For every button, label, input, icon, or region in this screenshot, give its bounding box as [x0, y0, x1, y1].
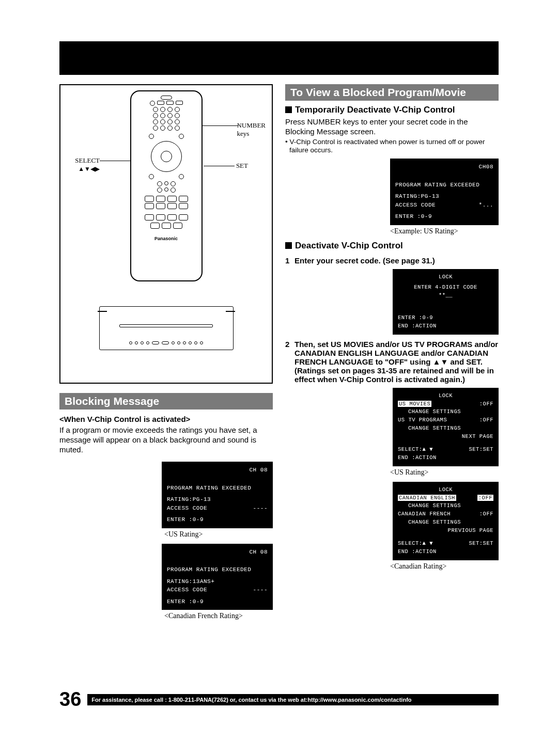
caption-canadian-rating-2: <Canadian Rating>: [390, 562, 499, 571]
osd-code: **__: [398, 292, 493, 300]
osd-footer: SET:SET: [469, 446, 493, 454]
dpad-icon: [151, 141, 182, 172]
heading-text: Temporarily Deactivate V-Chip Control: [295, 105, 455, 115]
osd-footer: END :ACTION: [398, 548, 493, 556]
osd-footer: SELECT:▲ ▼: [398, 446, 433, 454]
body-press-number: Press NUMBER keys to enter your secret c…: [285, 117, 499, 137]
page-header-band: [59, 41, 499, 75]
page-number: 36: [59, 688, 81, 711]
square-bullet-icon: [285, 106, 292, 113]
label-select: SELECT ▲▼◀▶: [67, 156, 100, 173]
heading-text: Deactivate V-Chip Control: [295, 241, 403, 250]
remote-diagram-box: SELECT ▲▼◀▶ NUMBER keys SET: [59, 84, 273, 384]
osd-value: ----: [253, 504, 268, 513]
osd-row-value: :OFF: [479, 416, 493, 424]
osd-line: ENTER :0-9: [395, 212, 493, 221]
osd-line: ENTER :0-9: [167, 515, 268, 524]
osd-line: ENTER 4-DIGIT CODE: [398, 284, 493, 292]
osd-row-label: CANADIAN FRENCH: [398, 510, 451, 518]
osd-lock-enter-code: LOCK ENTER 4-DIGIT CODE **__ ENTER :0-9 …: [393, 269, 499, 335]
osd-row-label: US MOVIES: [398, 401, 431, 407]
label-set: SET: [236, 162, 248, 170]
osd-row-label: US TV PROGRAMS: [398, 416, 447, 424]
label-keys: keys: [237, 130, 249, 137]
section-view-blocked: To View a Blocked Program/Movie: [285, 84, 499, 101]
leader-line: [100, 161, 134, 161]
osd-title: LOCK: [398, 273, 493, 281]
osd-line: RATING:PG-13: [167, 495, 268, 504]
osd-line: PROGRAM RATING EXCEEDED: [167, 484, 268, 493]
step-2: 2Then, set US MOVIES and/or US TV PROGRA…: [285, 340, 499, 384]
caption-us-rating: <US Rating>: [164, 530, 273, 539]
page-footer: 36 For assistance, please call : 1-800-2…: [59, 688, 499, 711]
osd-line: RATING:13ANS+: [167, 577, 268, 586]
leader-line: [204, 166, 235, 166]
leader-line: [203, 125, 239, 126]
osd-line: RATING:PG-13: [395, 192, 493, 201]
step-text: Enter your secret code. (See page 31.): [295, 256, 435, 265]
osd-subrow: CHANGE SETTINGS: [398, 518, 493, 527]
dvd-player-illustration: [99, 306, 234, 350]
caption-canadian-rating: <Canadian French Rating>: [164, 612, 273, 620]
osd-nextpage: NEXT PAGE: [398, 433, 493, 441]
caption-example-us: <Example: US Rating>: [390, 227, 499, 235]
osd-channel: CH 08: [167, 466, 268, 475]
remote-brand: Panasonic: [134, 236, 198, 241]
heading-deactivate: Deactivate V-Chip Control: [285, 241, 499, 251]
osd-line: ACCESS CODE: [395, 201, 436, 210]
osd-lock-canadian: LOCK CANADIAN ENGLISH:OFF CHANGE SETTING…: [393, 482, 499, 560]
osd-lock-us: LOCK US MOVIES:OFF CHANGE SETTINGS US TV…: [393, 388, 499, 466]
label-select-text: SELECT: [75, 156, 100, 164]
osd-line: ENTER :0-9: [167, 597, 268, 606]
osd-prevpage: PREVIOUS PAGE: [398, 527, 493, 535]
osd-line: ACCESS CODE: [167, 586, 207, 594]
osd-us-rating: CH 08 PROGRAM RATING EXCEEDED RATING:PG-…: [162, 462, 273, 528]
square-bullet-icon: [285, 242, 292, 249]
osd-title: LOCK: [398, 392, 493, 400]
osd-footer: SELECT:▲ ▼: [398, 540, 433, 548]
osd-footer: ENTER :0-9: [398, 314, 493, 322]
osd-channel: CH08: [395, 163, 493, 171]
osd-footer: SET:SET: [469, 540, 493, 548]
osd-row-value: :OFF: [479, 400, 493, 408]
osd-subrow: CHANGE SETTINGS: [398, 408, 493, 416]
osd-title: LOCK: [398, 486, 493, 494]
osd-subrow: CHANGE SETTINGS: [398, 424, 493, 433]
label-number-keys: NUMBER keys: [237, 121, 266, 138]
label-select-arrows: ▲▼◀▶: [78, 165, 100, 172]
body-blocking-desc: If a program or movie exceeds the rating…: [59, 426, 273, 454]
osd-row-label: CANADIAN ENGLISH: [398, 495, 456, 501]
footer-assistance-text: For assistance, please call : 1-800-211-…: [87, 694, 499, 705]
bullet-reactivated: • V-Chip Control is reactivated when pow…: [285, 138, 499, 154]
caption-us-rating-2: <US Rating>: [390, 468, 499, 477]
osd-value: *...: [479, 201, 493, 210]
osd-line: ACCESS CODE: [167, 504, 207, 513]
osd-value: ----: [253, 586, 268, 594]
osd-row-value: :OFF: [479, 510, 493, 518]
osd-canadian-rating: CH 08 PROGRAM RATING EXCEEDED RATING:13A…: [162, 544, 273, 610]
osd-line: PROGRAM RATING EXCEEDED: [167, 565, 268, 574]
osd-row-value: :OFF: [477, 495, 493, 501]
remote-control-illustration: Panasonic: [130, 90, 203, 281]
right-column: To View a Blocked Program/Movie Temporar…: [285, 84, 499, 625]
left-column: SELECT ▲▼◀▶ NUMBER keys SET: [59, 84, 273, 625]
step-1: 1Enter your secret code. (See page 31.): [285, 256, 499, 265]
osd-channel: CH 08: [167, 548, 268, 557]
label-number: NUMBER: [237, 121, 266, 129]
step-text: Then, set US MOVIES and/or US TV PROGRAM…: [295, 340, 499, 384]
section-blocking-message: Blocking Message: [59, 393, 273, 410]
osd-line: PROGRAM RATING EXCEEDED: [395, 181, 493, 190]
osd-subrow: CHANGE SETTINGS: [398, 502, 493, 510]
osd-footer: END :ACTION: [398, 322, 493, 330]
heading-temp-deactivate: Temporarily Deactivate V-Chip Control: [285, 105, 499, 115]
osd-example-us: CH08 PROGRAM RATING EXCEEDED RATING:PG-1…: [390, 159, 499, 225]
osd-footer: END :ACTION: [398, 454, 493, 462]
sub-when-activated: <When V-Chip Control is activated>: [59, 415, 273, 423]
